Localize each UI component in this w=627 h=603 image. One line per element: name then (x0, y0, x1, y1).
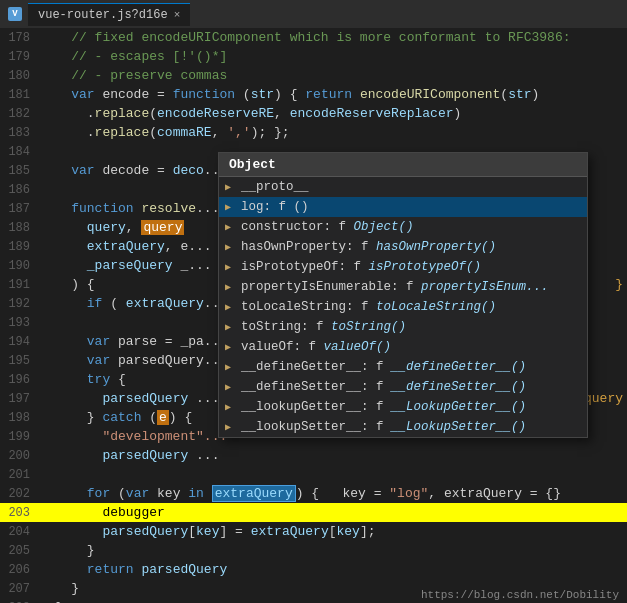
line: 180 // - preserve commas (0, 66, 627, 85)
autocomplete-item[interactable]: ▶ propertyIsEnumerable: f propertyIsEnum… (219, 277, 587, 297)
autocomplete-item[interactable]: ▶ hasOwnProperty: f hasOwnProperty() (219, 237, 587, 257)
autocomplete-popup[interactable]: Object ▶ __proto__▶ log: f ()▶ construct… (218, 152, 588, 438)
line: 179 // - escapes [!'()*] (0, 47, 627, 66)
editor: 178 // fixed encodeURIComponent which is… (0, 28, 627, 603)
line: 204 parsedQuery[key] = extraQuery[key]; (0, 522, 627, 541)
footer-url: https://blog.csdn.net/Dobility (413, 587, 627, 603)
autocomplete-items: ▶ __proto__▶ log: f ()▶ constructor: f O… (219, 177, 587, 437)
line: 181 var encode = function (str) { return… (0, 85, 627, 104)
title-bar: V vue-router.js?d16e × (0, 0, 627, 28)
autocomplete-item[interactable]: ▶ __lookupSetter__: f __LookupSetter__() (219, 417, 587, 437)
autocomplete-item[interactable]: ▶ __lookupGetter__: f __LookupGetter__() (219, 397, 587, 417)
window-icon: V (8, 7, 22, 21)
tab-close-button[interactable]: × (174, 9, 181, 21)
line: 202 for (var key in extraQuery) { key = … (0, 484, 627, 503)
autocomplete-item[interactable]: ▶ __proto__ (219, 177, 587, 197)
autocomplete-item[interactable]: ▶ toLocaleString: f toLocaleString() (219, 297, 587, 317)
autocomplete-header: Object (219, 153, 587, 177)
autocomplete-item[interactable]: ▶ __defineGetter__: f __defineGetter__() (219, 357, 587, 377)
line: 206 return parsedQuery (0, 560, 627, 579)
autocomplete-item[interactable]: ▶ valueOf: f valueOf() (219, 337, 587, 357)
autocomplete-item[interactable]: ▶ log: f () (219, 197, 587, 217)
editor-tab[interactable]: vue-router.js?d16e × (28, 3, 190, 26)
autocomplete-item[interactable]: ▶ constructor: f Object() (219, 217, 587, 237)
line-debugger: 203 debugger (0, 503, 627, 522)
line: 200 parsedQuery ... (0, 446, 627, 465)
autocomplete-item[interactable]: ▶ __defineSetter__: f __defineSetter__() (219, 377, 587, 397)
line: 182 .replace(encodeReserveRE, encodeRese… (0, 104, 627, 123)
line: 201 (0, 465, 627, 484)
line: 183 .replace(commaRE, ','); }; (0, 123, 627, 142)
line: 178 // fixed encodeURIComponent which is… (0, 28, 627, 47)
tab-label: vue-router.js?d16e (38, 8, 168, 22)
autocomplete-item[interactable]: ▶ toString: f toString() (219, 317, 587, 337)
line: 205 } (0, 541, 627, 560)
autocomplete-item[interactable]: ▶ isPrototypeOf: f isPrototypeOf() (219, 257, 587, 277)
